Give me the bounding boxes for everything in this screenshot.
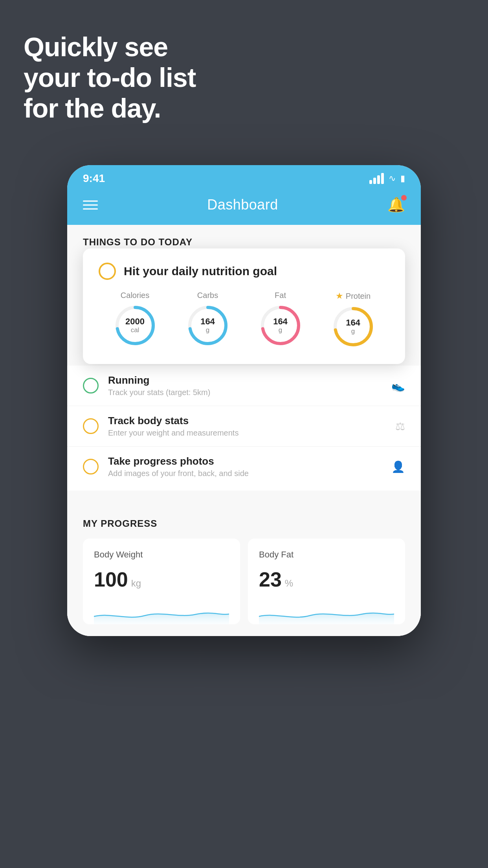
status-icons: ∿ ▮ xyxy=(369,173,405,184)
progress-value-row: 23 % xyxy=(259,568,394,591)
list-item-subtitle: Enter your weight and measurements xyxy=(108,428,386,438)
ring-calories: 2000 cal xyxy=(114,304,157,347)
progress-card: Body Fat 23 % xyxy=(248,539,405,624)
progress-cards: Body Weight 100 kg Body Fat 23 % xyxy=(83,539,405,624)
wave-chart xyxy=(259,601,394,624)
ring-label: 164 g xyxy=(200,317,215,334)
hero-line2: your to-do list xyxy=(24,62,196,93)
nutrition-item-fat: Fat 164 g xyxy=(259,291,302,347)
nutrition-label-fat: Fat xyxy=(275,291,286,300)
spacer xyxy=(67,491,421,510)
notification-button[interactable]: 🔔 xyxy=(387,197,405,213)
hero-text: Quickly see your to-do list for the day. xyxy=(24,31,196,124)
nutrition-item-carbs: Carbs 164 g xyxy=(186,291,229,347)
status-time: 9:41 xyxy=(83,172,105,185)
battery-icon: ▮ xyxy=(400,173,405,184)
list-item-subtitle: Add images of your front, back, and side xyxy=(108,469,382,478)
list-item-text: Track body stats Enter your weight and m… xyxy=(108,415,386,438)
card-check-circle xyxy=(99,263,116,280)
list-item-icon: ⚖ xyxy=(395,420,405,433)
hero-line1: Quickly see xyxy=(24,31,196,62)
list-item-text: Take progress photos Add images of your … xyxy=(108,455,382,478)
list-item-icon: 👟 xyxy=(391,379,405,392)
wifi-icon: ∿ xyxy=(389,173,396,184)
progress-unit: % xyxy=(285,578,293,589)
app-header: Dashboard 🔔 xyxy=(67,189,421,225)
main-content: THINGS TO DO TODAY Hit your daily nutrit… xyxy=(67,225,421,636)
status-bar: 9:41 ∿ ▮ xyxy=(67,165,421,189)
progress-value-row: 100 kg xyxy=(94,568,229,591)
nutrition-label-calories: Calories xyxy=(121,291,149,300)
ring-carbs: 164 g xyxy=(186,304,229,347)
list-item-icon: 👤 xyxy=(391,460,405,473)
nutrition-label-protein: ★Protein xyxy=(336,291,371,301)
ring-label: 2000 cal xyxy=(125,317,145,334)
nutrition-item-calories: Calories 2000 cal xyxy=(114,291,157,347)
hero-line3: for the day. xyxy=(24,93,196,123)
signal-icon xyxy=(369,173,384,184)
progress-card: Body Weight 100 kg xyxy=(83,539,240,624)
list-item-title: Take progress photos xyxy=(108,455,382,467)
list-item-title: Track body stats xyxy=(108,415,386,427)
ring-label: 164 g xyxy=(273,317,288,334)
list-item-circle xyxy=(83,459,99,474)
progress-card-title: Body Weight xyxy=(94,550,229,560)
list-item-text: Running Track your stats (target: 5km) xyxy=(108,374,382,397)
nutrition-row: Calories 2000 cal Carbs 164 g Fat 164 g … xyxy=(99,291,389,348)
card-title-row: Hit your daily nutrition goal xyxy=(99,263,389,280)
ring-protein: 164 g xyxy=(332,305,375,348)
list-item[interactable]: Take progress photos Add images of your … xyxy=(67,447,421,487)
list-item-circle xyxy=(83,378,99,394)
header-title: Dashboard xyxy=(207,197,278,213)
progress-number: 100 xyxy=(94,568,128,591)
menu-button[interactable] xyxy=(83,200,98,210)
ring-fat: 164 g xyxy=(259,304,302,347)
card-title: Hit your daily nutrition goal xyxy=(124,265,277,278)
nutrition-item-protein: ★Protein 164 g xyxy=(332,291,375,348)
progress-title: MY PROGRESS xyxy=(83,518,405,529)
notification-badge xyxy=(401,195,407,200)
progress-unit: kg xyxy=(131,578,141,589)
wave-chart xyxy=(94,601,229,624)
progress-number: 23 xyxy=(259,568,282,591)
list-item-subtitle: Track your stats (target: 5km) xyxy=(108,388,382,397)
nutrition-label-carbs: Carbs xyxy=(197,291,218,300)
todo-list: Running Track your stats (target: 5km) 👟… xyxy=(67,366,421,491)
list-item[interactable]: Track body stats Enter your weight and m… xyxy=(67,406,421,447)
star-icon: ★ xyxy=(336,291,343,301)
list-item[interactable]: Running Track your stats (target: 5km) 👟 xyxy=(67,366,421,406)
progress-section: MY PROGRESS Body Weight 100 kg Body xyxy=(67,510,421,636)
nutrition-card: Hit your daily nutrition goal Calories 2… xyxy=(83,248,405,364)
list-item-title: Running xyxy=(108,374,382,386)
phone-mockup: 9:41 ∿ ▮ Dashboard 🔔 THINGS TO DO TODAY xyxy=(67,165,421,636)
ring-label: 164 g xyxy=(346,318,360,335)
progress-card-title: Body Fat xyxy=(259,550,394,560)
list-item-circle xyxy=(83,418,99,434)
